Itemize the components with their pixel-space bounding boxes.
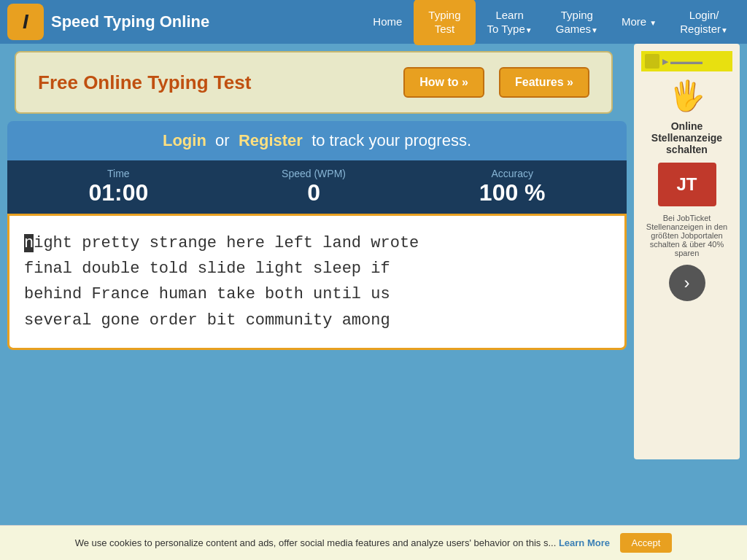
ad-logo: JT bbox=[658, 163, 716, 206]
ad-next-button[interactable]: › bbox=[669, 265, 705, 301]
stats-bar: Time 01:00 Speed (WPM) 0 Accuracy 100 % bbox=[7, 160, 627, 214]
ad-title: OnlineStellenanzeigeschalten bbox=[651, 120, 722, 155]
banner: Free Online Typing Test How to » Feature… bbox=[15, 51, 613, 114]
nav-more[interactable]: More ▼ bbox=[610, 9, 668, 35]
learn-more-link[interactable]: Learn More bbox=[559, 537, 610, 548]
current-char: n bbox=[24, 234, 34, 252]
accuracy-label: Accuracy bbox=[479, 168, 546, 179]
time-label: Time bbox=[88, 168, 148, 179]
or-text: or bbox=[215, 131, 230, 149]
ad-inner: ▶ ▬▬▬▬ 🖐 OnlineStellenanzeigeschalten JT… bbox=[634, 44, 740, 459]
header: I Speed Typing Online Home TypingTest Le… bbox=[0, 0, 747, 44]
login-link[interactable]: Login bbox=[163, 131, 206, 149]
register-link[interactable]: Register bbox=[239, 131, 303, 149]
features-button[interactable]: Features » bbox=[499, 67, 589, 98]
speed-label: Speed (WPM) bbox=[282, 168, 346, 179]
stat-speed: Speed (WPM) 0 bbox=[282, 168, 346, 206]
nav-typing-test[interactable]: TypingTest bbox=[414, 0, 475, 45]
speed-value: 0 bbox=[282, 179, 346, 206]
cookie-bar: We use cookies to personalize content an… bbox=[0, 525, 747, 560]
banner-title: Free Online Typing Test bbox=[38, 71, 389, 94]
ad-top-icon bbox=[645, 54, 659, 69]
nav-login-register[interactable]: Login/Register▼ bbox=[668, 2, 740, 42]
nav: Home TypingTest LearnTo Type▼ TypingGame… bbox=[241, 0, 740, 45]
logo-text: Speed Typing Online bbox=[51, 12, 209, 31]
typing-area: Free Online Typing Test How to » Feature… bbox=[7, 44, 627, 459]
stat-accuracy: Accuracy 100 % bbox=[479, 168, 546, 206]
track-text: to track your progress. bbox=[311, 131, 471, 149]
login-bar: Login or Register to track your progress… bbox=[7, 121, 627, 160]
nav-learn-to-type[interactable]: LearnTo Type▼ bbox=[476, 2, 544, 42]
typing-text: night pretty strange here left land wrot… bbox=[24, 230, 610, 333]
ad-hand: 🖐 bbox=[669, 79, 705, 113]
nav-home[interactable]: Home bbox=[361, 9, 414, 35]
ad-area: ▶ ▬▬▬▬ 🖐 OnlineStellenanzeigeschalten JT… bbox=[634, 44, 740, 459]
ad-top-bar: ▶ ▬▬▬▬ bbox=[641, 51, 732, 71]
logo-icon: I bbox=[7, 4, 44, 40]
time-value: 01:00 bbox=[88, 179, 148, 206]
nav-typing-games[interactable]: TypingGames▼ bbox=[544, 2, 610, 42]
accept-button[interactable]: Accept bbox=[620, 533, 673, 553]
how-to-button[interactable]: How to » bbox=[403, 67, 484, 98]
typing-box[interactable]: night pretty strange here left land wrot… bbox=[7, 214, 627, 350]
typing-content: ight pretty strange here left land wrote… bbox=[24, 234, 419, 330]
accuracy-value: 100 % bbox=[479, 179, 546, 206]
cookie-text: We use cookies to personalize content an… bbox=[75, 537, 557, 548]
logo-area: I Speed Typing Online bbox=[7, 4, 241, 40]
stat-time: Time 01:00 bbox=[88, 168, 148, 206]
ad-text: Bei JobTicketStellenanzeigen in dengrößt… bbox=[646, 214, 727, 257]
main-content: Free Online Typing Test How to » Feature… bbox=[0, 44, 747, 459]
